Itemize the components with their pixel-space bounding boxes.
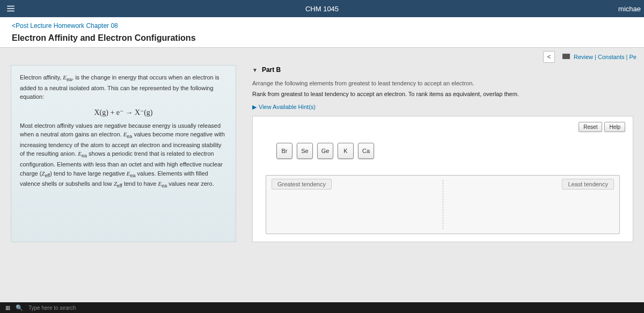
review-link[interactable]: Review	[574, 54, 593, 60]
instruction-1: Arrange the following elements from grea…	[252, 80, 633, 86]
greatest-label: Greatest tendency	[272, 179, 332, 190]
help-button[interactable]: Help	[604, 122, 625, 132]
course-title: CHM 1045	[305, 5, 339, 13]
reset-button[interactable]: Reset	[579, 122, 602, 132]
taskbar: ⊞ 🔍 Type here to search	[0, 302, 644, 313]
collapse-icon[interactable]: ▼	[252, 67, 258, 73]
user-name[interactable]: michae	[618, 5, 641, 13]
constants-link[interactable]: Constants	[598, 54, 625, 60]
drop-zone[interactable]: Greatest tendency Least tendency	[266, 175, 620, 234]
least-label: Least tendency	[562, 179, 614, 190]
menu-icon[interactable]	[0, 4, 21, 13]
breadcrumb[interactable]: <Post Lecture Homework Chapter 08	[12, 22, 118, 30]
flag-icon	[562, 54, 570, 59]
taskbar-search[interactable]: Type here to search	[28, 305, 76, 311]
prev-button[interactable]: <	[543, 51, 555, 63]
part-label: Part B	[262, 66, 281, 74]
ranking-workspace: Reset Help Br Se Ge K Ca Greatest tenden…	[252, 116, 633, 242]
instruction-2: Rank from greatest to least tendency to …	[252, 91, 633, 97]
info-panel: Electron affinity, Eea, is the change in…	[11, 65, 236, 242]
tile-se[interactable]: Se	[297, 143, 313, 159]
page-title: Electron Affinity and Electron Configura…	[12, 33, 632, 43]
tile-ge[interactable]: Ge	[317, 143, 333, 159]
start-icon[interactable]: ⊞	[5, 304, 10, 311]
tile-tray: Br Se Ge K Ca	[276, 143, 625, 159]
hints-toggle[interactable]: ▶View Available Hint(s)	[252, 104, 633, 111]
tile-ca[interactable]: Ca	[358, 143, 374, 159]
equation: X(g) + e⁻ → X⁻(g)	[20, 107, 227, 118]
top-links: Review | Constants | Pe	[562, 54, 636, 60]
tile-k[interactable]: K	[338, 143, 354, 159]
tile-br[interactable]: Br	[276, 143, 292, 159]
periodic-table-link[interactable]: Pe	[630, 54, 636, 60]
search-icon[interactable]: 🔍	[16, 304, 23, 311]
